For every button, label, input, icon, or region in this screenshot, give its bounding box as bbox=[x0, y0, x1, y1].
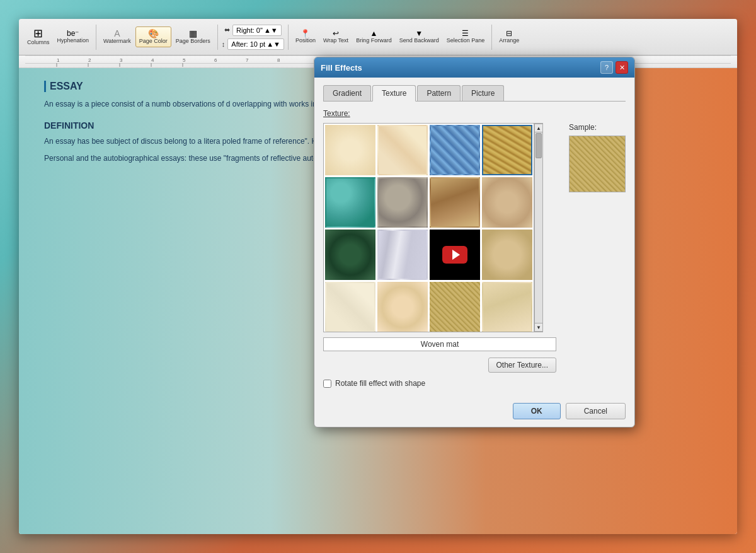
tab-gradient[interactable]: Gradient bbox=[323, 85, 371, 101]
texture-cell-dark-green[interactable] bbox=[325, 230, 375, 280]
texture-cell-teal-rough[interactable] bbox=[325, 177, 375, 228]
after-row: ↕ After: 10 pt ▲▼ bbox=[222, 38, 284, 50]
texture-cell-light-cream[interactable] bbox=[325, 282, 375, 332]
send-backward-icon: ▼ bbox=[415, 30, 423, 37]
after-value: After: 10 pt bbox=[231, 40, 265, 48]
right-indent-row: ⬌ Right: 0" ▲▼ bbox=[224, 25, 282, 36]
position-icon: 📍 bbox=[301, 30, 310, 37]
tab-pattern[interactable]: Pattern bbox=[417, 85, 461, 101]
dialog-footer: OK Cancel bbox=[323, 397, 626, 419]
columns-icon: ⊞ bbox=[33, 28, 43, 39]
scrollbar-thumb[interactable] bbox=[536, 133, 542, 158]
dialog-controls: ? ✕ bbox=[600, 61, 628, 74]
video-play-button[interactable] bbox=[442, 246, 467, 264]
ribbon-divider-3 bbox=[288, 25, 289, 50]
texture-cell-woven2[interactable] bbox=[430, 282, 480, 332]
page-color-label: Page Color bbox=[139, 38, 168, 45]
sample-label: Sample: bbox=[569, 123, 597, 132]
checkbox-row: Rotate fill effect with shape bbox=[323, 379, 556, 388]
page-borders-icon: ▦ bbox=[189, 29, 197, 38]
send-backward-label: Send Backward bbox=[399, 37, 439, 44]
texture-cell-blue-fabric[interactable] bbox=[430, 125, 480, 175]
ribbon-items: ⊞ Columns be⁻ Hyphenation A Watermark 🎨 … bbox=[24, 25, 732, 50]
fill-effects-dialog: Fill Effects ? ✕ Gradient Texture Patter… bbox=[314, 57, 635, 428]
svg-text:3: 3 bbox=[120, 57, 123, 63]
other-texture-row: Other Texture... bbox=[323, 354, 556, 373]
ok-button[interactable]: OK bbox=[513, 403, 561, 419]
page-borders-label: Page Borders bbox=[176, 38, 210, 45]
ribbon-columns[interactable]: ⊞ Columns bbox=[24, 26, 53, 48]
ribbon-arrange[interactable]: ⊟ Arrange bbox=[496, 28, 522, 46]
hyphenation-label: Hyphenation bbox=[57, 37, 89, 44]
texture-grid bbox=[323, 123, 534, 332]
ribbon-selection-pane[interactable]: ☰ Selection Pane bbox=[444, 28, 488, 46]
ribbon-divider-4 bbox=[491, 25, 492, 50]
ribbon-page-borders[interactable]: ▦ Page Borders bbox=[173, 27, 214, 47]
rotate-fill-label[interactable]: Rotate fill effect with shape bbox=[335, 379, 425, 388]
svg-text:4: 4 bbox=[151, 57, 154, 63]
ribbon-bring-forward[interactable]: ▲ Bring Forward bbox=[353, 28, 395, 46]
play-triangle-icon bbox=[452, 250, 460, 260]
scrollbar-down-button[interactable]: ▼ bbox=[534, 323, 543, 332]
texture-cell-cream[interactable] bbox=[325, 125, 375, 175]
texture-name-input[interactable] bbox=[323, 337, 556, 351]
texture-cell-sand[interactable] bbox=[482, 230, 532, 280]
rotate-fill-checkbox[interactable] bbox=[323, 380, 331, 388]
dialog-close-button[interactable]: ✕ bbox=[616, 61, 628, 74]
after-icon: ↕ bbox=[222, 40, 226, 48]
texture-cell-marble[interactable] bbox=[377, 230, 428, 280]
svg-text:8: 8 bbox=[277, 57, 280, 63]
dialog-tabs: Gradient Texture Pattern Picture bbox=[323, 85, 626, 102]
right-icon: ⬌ bbox=[224, 26, 230, 34]
page-color-icon: 🎨 bbox=[148, 29, 159, 38]
tab-texture[interactable]: Texture bbox=[372, 85, 416, 102]
ribbon-position[interactable]: 📍 Position bbox=[292, 28, 319, 46]
ribbon-divider-2 bbox=[217, 25, 218, 50]
texture-cell-video[interactable] bbox=[430, 230, 480, 280]
ribbon-send-backward[interactable]: ▼ Send Backward bbox=[396, 28, 442, 46]
texture-container: ▲ ▼ Other Texture... bbox=[323, 123, 626, 388]
texture-grid-area: ▲ ▼ bbox=[323, 123, 556, 332]
arrange-label: Arrange bbox=[499, 37, 519, 44]
columns-label: Columns bbox=[27, 39, 50, 46]
ribbon-hyphenation[interactable]: be⁻ Hyphenation bbox=[54, 28, 93, 46]
after-dropdown[interactable]: After: 10 pt ▲▼ bbox=[227, 38, 284, 50]
dialog-help-button[interactable]: ? bbox=[600, 61, 613, 74]
right-indent-group: ⬌ Right: 0" ▲▼ ↕ After: 10 pt ▲▼ bbox=[222, 25, 284, 50]
right-chevron: ▲▼ bbox=[264, 26, 278, 34]
texture-cell-cream2[interactable] bbox=[377, 125, 428, 175]
scrollbar-up-button[interactable]: ▲ bbox=[534, 124, 543, 132]
watermark-icon: A bbox=[114, 29, 120, 38]
texture-cell-peach[interactable] bbox=[377, 282, 428, 332]
texture-section-label: Texture: bbox=[323, 109, 626, 118]
right-dropdown[interactable]: Right: 0" ▲▼ bbox=[232, 25, 282, 36]
svg-text:7: 7 bbox=[246, 57, 249, 63]
wrap-text-icon: ↩ bbox=[333, 30, 339, 37]
cancel-button[interactable]: Cancel bbox=[566, 403, 626, 419]
ribbon-watermark[interactable]: A Watermark bbox=[100, 27, 134, 47]
texture-cell-tan[interactable] bbox=[482, 177, 532, 228]
polaroid-frame: ⊞ Columns be⁻ Hyphenation A Watermark 🎨 … bbox=[19, 19, 737, 534]
grid-scrollbar: ▲ ▼ bbox=[534, 123, 543, 332]
dialog-title: Fill Effects bbox=[321, 63, 362, 73]
dialog-body: Gradient Texture Pattern Picture Texture… bbox=[314, 78, 634, 427]
ribbon-toolbar: ⊞ Columns be⁻ Hyphenation A Watermark 🎨 … bbox=[19, 19, 737, 55]
texture-cell-brown-paper[interactable] bbox=[430, 177, 480, 228]
after-chevron: ▲▼ bbox=[266, 40, 280, 48]
ribbon-wrap-text[interactable]: ↩ Wrap Text bbox=[320, 28, 352, 46]
scrollbar-track bbox=[535, 132, 542, 323]
other-texture-button[interactable]: Other Texture... bbox=[488, 358, 556, 373]
texture-cell-light-tan[interactable] bbox=[482, 282, 532, 332]
texture-cell-stone[interactable] bbox=[377, 177, 428, 228]
right-value: Right: 0" bbox=[236, 26, 263, 34]
texture-cell-woven-gold[interactable] bbox=[482, 125, 532, 175]
ribbon-page-color[interactable]: 🎨 Page Color bbox=[135, 26, 171, 47]
svg-text:5: 5 bbox=[183, 57, 186, 63]
svg-text:1: 1 bbox=[57, 57, 60, 63]
bring-forward-icon: ▲ bbox=[370, 30, 377, 37]
selection-pane-label: Selection Pane bbox=[447, 37, 485, 44]
hyphenation-icon: be⁻ bbox=[67, 30, 79, 37]
tab-picture[interactable]: Picture bbox=[462, 85, 504, 101]
sample-section: Sample: bbox=[563, 123, 626, 388]
svg-text:6: 6 bbox=[214, 57, 217, 63]
